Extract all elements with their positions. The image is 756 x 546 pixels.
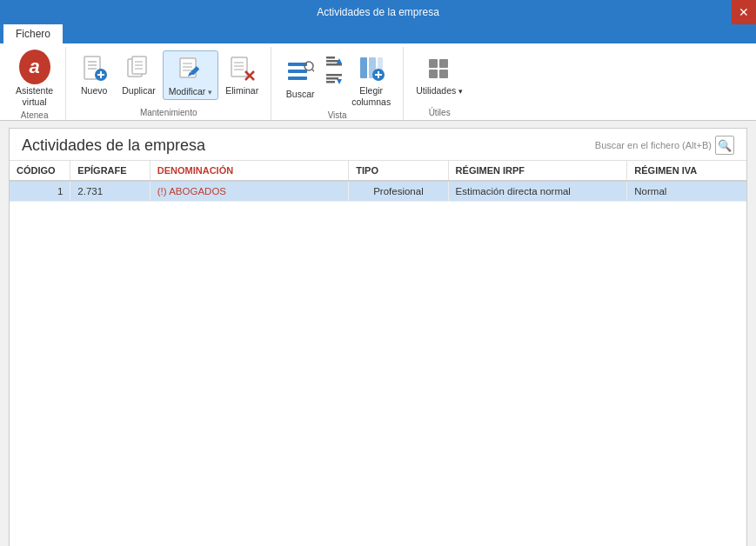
- svg-rect-44: [439, 59, 448, 68]
- nuevo-label: Nuevo: [81, 85, 107, 97]
- title-bar: Actividades de la empresa ✕: [0, 0, 756, 24]
- utilidades-label: Utilidades ▾: [416, 85, 463, 97]
- col-header-codigo[interactable]: CÓDIGO: [10, 161, 70, 181]
- svg-rect-45: [429, 70, 438, 78]
- svg-rect-33: [326, 74, 342, 77]
- utilidades-icon: [424, 52, 455, 83]
- ribbon-group-utiles: Utilidades ▾ Útiles: [404, 47, 475, 120]
- atenea-icon: a: [19, 52, 50, 83]
- svg-rect-35: [326, 81, 335, 83]
- duplicar-button[interactable]: Duplicar: [117, 50, 161, 98]
- duplicar-icon: [123, 52, 154, 83]
- search-button[interactable]: 🔍: [715, 136, 734, 155]
- utilidades-button[interactable]: Utilidades ▾: [411, 50, 468, 98]
- page-title: Actividades de la empresa: [22, 136, 205, 155]
- data-table: CÓDIGO EPÍGRAFE DENOMINACIÓN TIPO RÉGIME…: [10, 161, 746, 202]
- page-header: Actividades de la empresa Buscar en el f…: [10, 129, 746, 161]
- main-page: Actividades de la empresa Buscar en el f…: [9, 128, 747, 546]
- search-box: Buscar en el fichero (Alt+B) 🔍: [595, 136, 734, 155]
- vista-group-label: Vista: [328, 109, 347, 123]
- nuevo-button[interactable]: Nuevo: [73, 50, 115, 98]
- buscar-label: Buscar: [286, 89, 315, 100]
- modificar-button[interactable]: Modificar ▾: [163, 50, 219, 100]
- svg-rect-31: [326, 63, 342, 66]
- table-row[interactable]: 12.731(!) ABOGADOSProfesionalEstimación …: [10, 181, 746, 202]
- col-header-epigrafe[interactable]: EPÍGRAFE: [70, 161, 150, 181]
- ribbon-group-mantenimiento: Nuevo Duplicar: [66, 47, 271, 120]
- svg-marker-36: [337, 79, 342, 84]
- sort-asc-btn[interactable]: [324, 56, 345, 70]
- tab-fichero[interactable]: Fichero: [3, 24, 63, 43]
- svg-line-28: [312, 70, 314, 72]
- ribbon: Fichero a Asistentevirtual Atenea: [0, 24, 756, 121]
- col-header-iva[interactable]: RÉGIMEN IVA: [627, 161, 746, 181]
- cell-codigo: 1: [10, 181, 70, 202]
- svg-rect-18: [231, 57, 247, 77]
- table-header-row: CÓDIGO EPÍGRAFE DENOMINACIÓN TIPO RÉGIME…: [10, 161, 746, 181]
- svg-rect-25: [288, 70, 307, 73]
- elegir-columnas-label: Elegircolumnas: [351, 85, 391, 107]
- atenea-buttons: a Asistentevirtual: [10, 47, 58, 109]
- close-button[interactable]: ✕: [732, 0, 756, 24]
- eliminar-button[interactable]: Eliminar: [220, 50, 264, 98]
- utiles-buttons: Utilidades ▾: [411, 47, 468, 106]
- mantenimiento-group-label: Mantenimiento: [140, 106, 197, 120]
- ribbon-tabs: Fichero: [0, 24, 756, 43]
- cell-tipo: Profesional: [349, 181, 448, 202]
- buscar-button[interactable]: Buscar: [278, 54, 322, 102]
- atenea-label: Asistentevirtual: [16, 85, 53, 107]
- search-label: Buscar en el fichero (Alt+B): [595, 140, 712, 150]
- atenea-btn[interactable]: a Asistentevirtual: [10, 50, 58, 109]
- nuevo-icon: [78, 52, 110, 83]
- modificar-icon: [175, 53, 206, 84]
- cell-denominacion: (!) ABOGADOS: [150, 181, 349, 202]
- svg-rect-30: [326, 60, 338, 63]
- utiles-group-label: Útiles: [429, 106, 451, 120]
- svg-rect-37: [360, 57, 367, 78]
- elegir-columnas-icon: [356, 52, 387, 83]
- vista-buttons: Buscar: [278, 47, 396, 109]
- elegir-columnas-button[interactable]: Elegircolumnas: [346, 50, 396, 109]
- svg-rect-43: [429, 59, 438, 68]
- svg-rect-34: [326, 77, 338, 80]
- ribbon-group-atenea: a Asistentevirtual Atenea: [3, 47, 66, 120]
- ribbon-content: a Asistentevirtual Atenea: [0, 43, 756, 120]
- modificar-label: Modificar ▾: [169, 86, 213, 97]
- eliminar-label: Eliminar: [225, 85, 258, 97]
- cell-regimen_irpf: Estimación directa normal: [448, 181, 627, 202]
- col-header-irpf[interactable]: RÉGIMEN IRPF: [448, 161, 627, 181]
- eliminar-icon: [226, 52, 258, 83]
- sort-desc-btn[interactable]: [324, 73, 345, 87]
- col-header-denominacion[interactable]: DENOMINACIÓN: [150, 161, 349, 181]
- cell-regimen_iva: Normal: [627, 181, 746, 202]
- svg-rect-26: [288, 77, 307, 80]
- atenea-group-label: Atenea: [21, 109, 49, 123]
- buscar-icon: [284, 56, 316, 87]
- svg-rect-46: [439, 70, 448, 78]
- col-header-tipo[interactable]: TIPO: [349, 161, 448, 181]
- duplicar-label: Duplicar: [122, 85, 156, 97]
- ribbon-group-vista: Buscar: [271, 47, 404, 120]
- title-bar-text: Actividades de la empresa: [317, 6, 439, 18]
- svg-rect-29: [326, 57, 335, 59]
- cell-epigrafe: 2.731: [70, 181, 150, 202]
- mantenimiento-buttons: Nuevo Duplicar: [73, 47, 264, 106]
